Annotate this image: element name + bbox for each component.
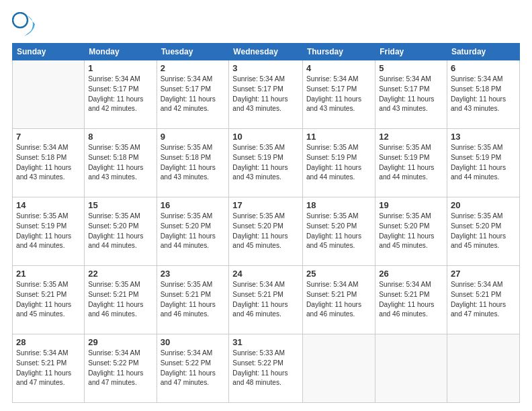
weekday-header: Monday (85, 44, 157, 60)
calendar-cell: 20Sunrise: 5:35 AM Sunset: 5:20 PM Dayli… (447, 197, 519, 266)
day-number: 26 (379, 269, 443, 279)
day-info: Sunrise: 5:34 AM Sunset: 5:21 PM Dayligh… (306, 280, 371, 320)
day-info: Sunrise: 5:34 AM Sunset: 5:22 PM Dayligh… (88, 349, 152, 388)
calendar-cell: 14Sunrise: 5:35 AM Sunset: 5:19 PM Dayli… (13, 197, 85, 266)
day-info: Sunrise: 5:35 AM Sunset: 5:20 PM Dayligh… (232, 212, 299, 251)
day-number: 4 (306, 63, 371, 73)
day-number: 27 (451, 269, 516, 279)
day-info: Sunrise: 5:35 AM Sunset: 5:19 PM Dayligh… (16, 212, 81, 251)
calendar-cell: 24Sunrise: 5:34 AM Sunset: 5:21 PM Dayli… (229, 266, 303, 334)
calendar-cell: 21Sunrise: 5:35 AM Sunset: 5:21 PM Dayli… (13, 266, 85, 334)
calendar-cell: 26Sunrise: 5:34 AM Sunset: 5:21 PM Dayli… (375, 266, 447, 334)
day-info: Sunrise: 5:34 AM Sunset: 5:21 PM Dayligh… (379, 280, 443, 320)
calendar-cell: 27Sunrise: 5:34 AM Sunset: 5:21 PM Dayli… (447, 266, 519, 334)
calendar-cell: 13Sunrise: 5:35 AM Sunset: 5:19 PM Dayli… (447, 129, 519, 197)
day-info: Sunrise: 5:35 AM Sunset: 5:20 PM Dayligh… (161, 212, 226, 251)
day-info: Sunrise: 5:34 AM Sunset: 5:21 PM Dayligh… (16, 349, 81, 388)
page: SundayMondayTuesdayWednesdayThursdayFrid… (0, 0, 532, 411)
week-row: 14Sunrise: 5:35 AM Sunset: 5:19 PM Dayli… (13, 197, 520, 266)
calendar-cell: 19Sunrise: 5:35 AM Sunset: 5:20 PM Dayli… (375, 197, 447, 266)
calendar-cell: 1Sunrise: 5:34 AM Sunset: 5:17 PM Daylig… (85, 60, 157, 129)
day-info: Sunrise: 5:35 AM Sunset: 5:20 PM Dayligh… (306, 212, 371, 251)
day-number: 31 (232, 337, 299, 347)
header (12, 12, 520, 36)
day-info: Sunrise: 5:35 AM Sunset: 5:21 PM Dayligh… (16, 280, 81, 320)
day-number: 29 (88, 337, 152, 347)
calendar-cell: 7Sunrise: 5:34 AM Sunset: 5:18 PM Daylig… (13, 129, 85, 197)
weekday-header: Thursday (302, 44, 375, 60)
weekday-header: Wednesday (229, 44, 303, 60)
day-number: 24 (232, 269, 299, 279)
logo-icon (12, 12, 36, 36)
day-info: Sunrise: 5:34 AM Sunset: 5:17 PM Dayligh… (88, 75, 152, 114)
week-row: 7Sunrise: 5:34 AM Sunset: 5:18 PM Daylig… (13, 129, 520, 197)
day-info: Sunrise: 5:35 AM Sunset: 5:19 PM Dayligh… (306, 143, 371, 183)
day-number: 25 (306, 269, 371, 279)
day-info: Sunrise: 5:35 AM Sunset: 5:20 PM Dayligh… (379, 212, 443, 251)
svg-point-0 (13, 13, 28, 28)
day-number: 3 (232, 63, 299, 73)
day-info: Sunrise: 5:35 AM Sunset: 5:18 PM Dayligh… (161, 143, 226, 183)
calendar-cell (375, 334, 447, 403)
calendar-cell: 11Sunrise: 5:35 AM Sunset: 5:19 PM Dayli… (302, 129, 375, 197)
day-info: Sunrise: 5:34 AM Sunset: 5:18 PM Dayligh… (451, 75, 516, 114)
calendar-cell: 2Sunrise: 5:34 AM Sunset: 5:17 PM Daylig… (157, 60, 229, 129)
day-number: 13 (451, 132, 516, 142)
day-number: 22 (88, 269, 152, 279)
calendar-cell: 18Sunrise: 5:35 AM Sunset: 5:20 PM Dayli… (302, 197, 375, 266)
day-number: 8 (88, 132, 152, 142)
weekday-header: Saturday (447, 44, 519, 60)
day-number: 18 (306, 200, 371, 210)
day-number: 14 (16, 200, 81, 210)
day-number: 5 (379, 63, 443, 73)
day-info: Sunrise: 5:35 AM Sunset: 5:21 PM Dayligh… (88, 280, 152, 320)
day-number: 19 (379, 200, 443, 210)
calendar-cell: 28Sunrise: 5:34 AM Sunset: 5:21 PM Dayli… (13, 334, 85, 403)
weekday-header: Friday (375, 44, 447, 60)
calendar-cell: 16Sunrise: 5:35 AM Sunset: 5:20 PM Dayli… (157, 197, 229, 266)
calendar-cell: 31Sunrise: 5:33 AM Sunset: 5:22 PM Dayli… (229, 334, 303, 403)
calendar-cell: 6Sunrise: 5:34 AM Sunset: 5:18 PM Daylig… (447, 60, 519, 129)
calendar-cell: 12Sunrise: 5:35 AM Sunset: 5:19 PM Dayli… (375, 129, 447, 197)
calendar-cell: 17Sunrise: 5:35 AM Sunset: 5:20 PM Dayli… (229, 197, 303, 266)
calendar-cell: 8Sunrise: 5:35 AM Sunset: 5:18 PM Daylig… (85, 129, 157, 197)
calendar-cell: 5Sunrise: 5:34 AM Sunset: 5:17 PM Daylig… (375, 60, 447, 129)
day-number: 15 (88, 200, 152, 210)
day-info: Sunrise: 5:34 AM Sunset: 5:17 PM Dayligh… (232, 75, 299, 114)
calendar-cell: 30Sunrise: 5:34 AM Sunset: 5:22 PM Dayli… (157, 334, 229, 403)
day-number: 12 (379, 132, 443, 142)
day-info: Sunrise: 5:34 AM Sunset: 5:22 PM Dayligh… (161, 349, 226, 388)
calendar-cell: 23Sunrise: 5:35 AM Sunset: 5:21 PM Dayli… (157, 266, 229, 334)
day-info: Sunrise: 5:35 AM Sunset: 5:20 PM Dayligh… (88, 212, 152, 251)
calendar-cell (302, 334, 375, 403)
day-info: Sunrise: 5:34 AM Sunset: 5:18 PM Dayligh… (16, 143, 81, 183)
calendar-cell: 25Sunrise: 5:34 AM Sunset: 5:21 PM Dayli… (302, 266, 375, 334)
calendar-header: SundayMondayTuesdayWednesdayThursdayFrid… (13, 44, 520, 60)
day-number: 30 (161, 337, 226, 347)
day-number: 7 (16, 132, 81, 142)
logo (12, 12, 40, 36)
header-row: SundayMondayTuesdayWednesdayThursdayFrid… (13, 44, 520, 60)
calendar-cell: 9Sunrise: 5:35 AM Sunset: 5:18 PM Daylig… (157, 129, 229, 197)
day-number: 11 (306, 132, 371, 142)
calendar-cell: 10Sunrise: 5:35 AM Sunset: 5:19 PM Dayli… (229, 129, 303, 197)
day-number: 9 (161, 132, 226, 142)
weekday-header: Tuesday (157, 44, 229, 60)
calendar-cell (13, 60, 85, 129)
weekday-header: Sunday (13, 44, 85, 60)
day-info: Sunrise: 5:34 AM Sunset: 5:17 PM Dayligh… (161, 75, 226, 114)
day-info: Sunrise: 5:34 AM Sunset: 5:21 PM Dayligh… (232, 280, 299, 320)
calendar-cell (447, 334, 519, 403)
calendar-cell: 15Sunrise: 5:35 AM Sunset: 5:20 PM Dayli… (85, 197, 157, 266)
calendar-cell: 4Sunrise: 5:34 AM Sunset: 5:17 PM Daylig… (302, 60, 375, 129)
day-info: Sunrise: 5:35 AM Sunset: 5:19 PM Dayligh… (232, 143, 299, 183)
day-info: Sunrise: 5:34 AM Sunset: 5:21 PM Dayligh… (451, 280, 516, 320)
day-number: 17 (232, 200, 299, 210)
day-info: Sunrise: 5:35 AM Sunset: 5:18 PM Dayligh… (88, 143, 152, 183)
day-number: 1 (88, 63, 152, 73)
day-info: Sunrise: 5:35 AM Sunset: 5:19 PM Dayligh… (379, 143, 443, 183)
day-number: 10 (232, 132, 299, 142)
calendar-table: SundayMondayTuesdayWednesdayThursdayFrid… (12, 43, 520, 403)
day-number: 21 (16, 269, 81, 279)
day-info: Sunrise: 5:35 AM Sunset: 5:21 PM Dayligh… (161, 280, 226, 320)
